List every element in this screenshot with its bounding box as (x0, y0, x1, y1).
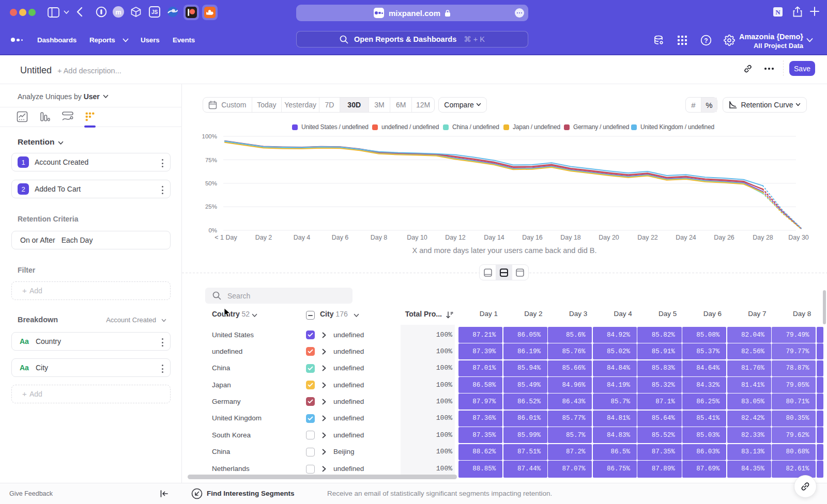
svg-text:N: N (775, 8, 780, 16)
svg-text:?: ? (704, 37, 708, 44)
